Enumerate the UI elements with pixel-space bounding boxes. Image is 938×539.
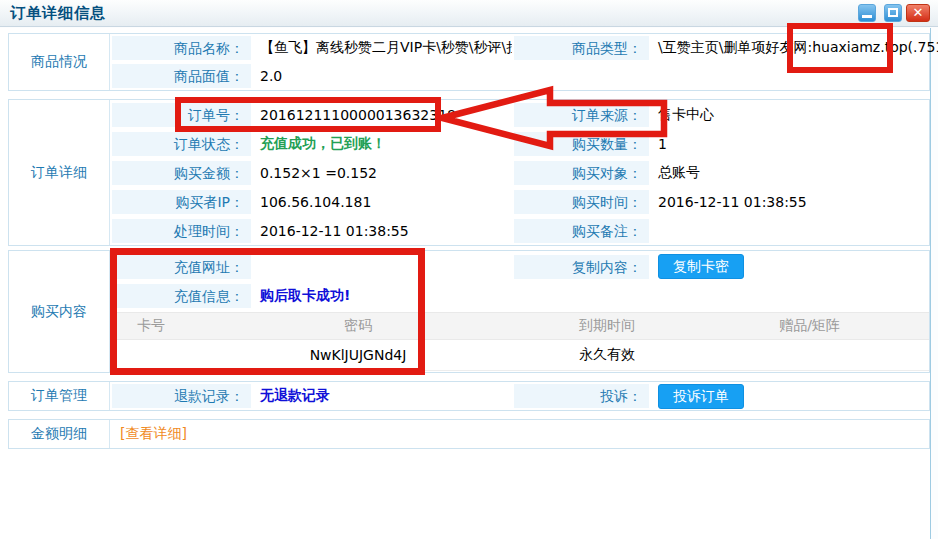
row-recharge-info: 充值信息： 购后取卡成功! <box>110 281 929 310</box>
section-purchase-content: 购买内容 充值网址： 复制内容： 复制卡密 充值信息： 购后取卡成功! 卡号 密… <box>8 250 930 373</box>
group-label-manage: 订单管理 <box>9 382 110 410</box>
recharge-info-label: 充值信息： <box>112 284 251 308</box>
buy-quantity-label: 购买数量： <box>514 132 649 156</box>
buy-target-label: 购买对象： <box>514 161 649 185</box>
group-label-amount: 金额明细 <box>9 420 110 448</box>
group-label-order: 订单详细 <box>9 100 110 245</box>
buy-remark-label: 购买备注： <box>514 219 649 243</box>
buy-quantity-value: 1 <box>649 136 929 152</box>
col-card-number: 卡号 <box>110 317 192 335</box>
process-time-value: 2016-12-11 01:38:55 <box>251 223 512 239</box>
buy-amount-value: 0.152×1 =0.152 <box>251 165 512 181</box>
card-table-row: NwKlJUJGNd4J 永久有效 <box>110 340 929 371</box>
order-source-label: 订单来源： <box>514 103 649 127</box>
complain-order-button[interactable]: 投诉订单 <box>658 384 744 409</box>
complaint-label: 投诉： <box>514 384 649 408</box>
col-password: 密码 <box>192 317 524 335</box>
product-type-label: 商品类型： <box>514 36 649 60</box>
col-gift-matrix: 赠品/矩阵 <box>690 317 929 335</box>
maximize-button[interactable] <box>884 4 902 22</box>
buy-amount-label: 购买金额： <box>112 161 251 185</box>
recharge-url-label: 充值网址： <box>112 255 251 279</box>
row-product-face-value: 商品面值： 2.0 <box>110 62 938 90</box>
row-order-status: 订单状态： 充值成功，已到账！ 购买数量： 1 <box>110 129 929 158</box>
section-order-manage: 订单管理 退款记录： 无退款记录 投诉： 投诉订单 <box>8 381 930 411</box>
title-bar: 订单详细信息 ✕ <box>0 0 938 27</box>
refund-value: 无退款记录 <box>251 387 512 405</box>
buyer-ip-label: 购买者IP： <box>112 190 251 214</box>
minimize-button[interactable] <box>858 4 876 22</box>
section-amount-detail: 金额明细 [查看详细] <box>8 419 930 449</box>
group-label-content: 购买内容 <box>9 251 110 372</box>
content-panel: 商品情况 商品名称： 【鱼飞】离线秒赞二月VIP卡\秒赞\秒评\挂机 商品类型：… <box>0 28 931 539</box>
col-expire-time: 到期时间 <box>524 317 690 335</box>
row-buyer-ip: 购买者IP： 106.56.104.181 购买时间： 2016-12-11 0… <box>110 187 929 216</box>
card-table: 卡号 密码 到期时间 赠品/矩阵 NwKlJUJGNd4J 永久有效 <box>110 312 929 371</box>
maximize-icon <box>888 8 898 17</box>
row-process-time: 处理时间： 2016-12-11 01:38:55 购买备注： <box>110 216 929 245</box>
face-value-label: 商品面值： <box>112 64 251 88</box>
order-status-value: 充值成功，已到账！ <box>251 135 512 153</box>
group-label-product: 商品情况 <box>9 34 110 90</box>
order-number-label: 订单号： <box>112 103 251 127</box>
buy-time-value: 2016-12-11 01:38:55 <box>649 194 929 210</box>
minimize-icon <box>862 15 872 18</box>
copy-card-secret-button[interactable]: 复制卡密 <box>658 254 744 279</box>
row-refund: 退款记录： 无退款记录 投诉： 投诉订单 <box>110 382 929 410</box>
row-product-name: 商品名称： 【鱼飞】离线秒赞二月VIP卡\秒赞\秒评\挂机 商品类型： \互赞主… <box>110 34 938 62</box>
buy-target-value: 总账号 <box>649 164 929 182</box>
recharge-info-value: 购后取卡成功! <box>251 287 512 305</box>
refund-label: 退款记录： <box>112 384 251 408</box>
card-table-header: 卡号 密码 到期时间 赠品/矩阵 <box>110 312 929 340</box>
close-button[interactable]: ✕ <box>906 4 930 22</box>
process-time-label: 处理时间： <box>112 219 251 243</box>
order-status-label: 订单状态： <box>112 132 251 156</box>
order-source-value: 售卡中心 <box>649 106 929 124</box>
buyer-ip-value: 106.56.104.181 <box>251 194 512 210</box>
product-type-value: \互赞主页\删单项好友网:huaxiamz.top(.7517 <box>649 39 938 57</box>
product-name-label: 商品名称： <box>112 36 251 60</box>
order-number-value: 2016121110000013632318 <box>251 107 512 123</box>
copy-content-label: 复制内容： <box>514 255 649 279</box>
cell-password: NwKlJUJGNd4J <box>192 347 524 363</box>
buy-time-label: 购买时间： <box>514 190 649 214</box>
row-buy-amount: 购买金额： 0.152×1 =0.152 购买对象： 总账号 <box>110 158 929 187</box>
page-title: 订单详细信息 <box>10 4 106 23</box>
view-detail-link[interactable]: [查看详细] <box>110 425 187 443</box>
section-order-detail: 订单详细 订单号： 2016121110000013632318 订单来源： 售… <box>8 99 930 246</box>
row-recharge-url: 充值网址： 复制内容： 复制卡密 <box>110 252 929 281</box>
row-order-number: 订单号： 2016121110000013632318 订单来源： 售卡中心 <box>110 100 929 129</box>
product-name-value: 【鱼飞】离线秒赞二月VIP卡\秒赞\秒评\挂机 <box>251 39 512 57</box>
cell-expire-time: 永久有效 <box>524 346 690 364</box>
face-value-value: 2.0 <box>251 68 512 84</box>
section-product-info: 商品情况 商品名称： 【鱼飞】离线秒赞二月VIP卡\秒赞\秒评\挂机 商品类型：… <box>8 33 930 91</box>
row-amount-detail: [查看详细] <box>110 420 929 448</box>
